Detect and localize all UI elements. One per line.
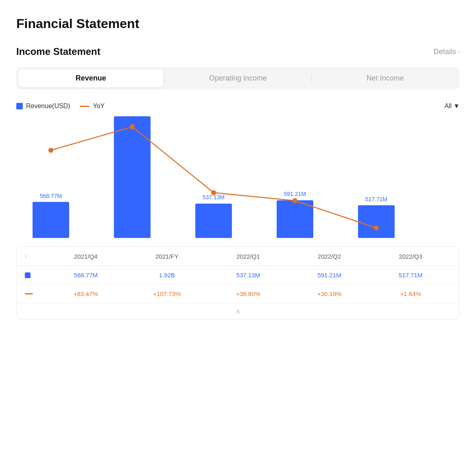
- rev-2021q4: 568.77M: [45, 272, 127, 279]
- legend-items: Revenue(USD) YoY: [16, 102, 105, 110]
- rev-2022q2: 591.21M: [289, 272, 370, 279]
- revenue-row-icon: [25, 272, 45, 278]
- details-label: Details: [434, 48, 456, 56]
- yoy-2022q2: +30.19%: [289, 290, 370, 297]
- yoy-2022q3: +1.64%: [370, 290, 451, 297]
- svg-text:1.92B: 1.92B: [125, 116, 140, 118]
- dot-2021fy: [130, 124, 135, 129]
- col-2021q4: 2021/Q4: [45, 253, 127, 260]
- bar-2022q1: [195, 204, 232, 238]
- collapse-icon: ∧: [236, 307, 240, 315]
- rev-2021fy: 1.92B: [127, 272, 208, 279]
- yoy-row-icon: [25, 293, 45, 294]
- col-2022q2: 2022/Q2: [289, 253, 370, 260]
- dot-2022q1: [211, 190, 216, 195]
- data-table: ‹ 2021/Q4 2021/FY 2022/Q1 2022/Q2 2022/Q…: [16, 246, 460, 320]
- legend-bar: Revenue(USD): [16, 102, 70, 110]
- bar-2022q3: [358, 205, 395, 238]
- dot-2021q4: [48, 148, 53, 152]
- revenue-row: 568.77M 1.92B 537.13M 591.21M 517.71M: [17, 266, 459, 285]
- svg-text:591.21M: 591.21M: [284, 191, 306, 197]
- chevron-right-icon: ›: [458, 48, 460, 55]
- legend-bar-icon: [16, 103, 23, 109]
- chart-svg: 568.77M 1.92B 537.13M 591.21M 517.71M: [16, 116, 460, 246]
- collapse-button[interactable]: ∧: [17, 303, 459, 319]
- yoy-2021q4: +83.47%: [45, 290, 127, 297]
- tab-revenue[interactable]: Revenue: [18, 69, 164, 87]
- all-dropdown[interactable]: All ▼: [444, 102, 460, 110]
- legend-row: Revenue(USD) YoY All ▼: [16, 102, 460, 110]
- prev-arrow[interactable]: ‹: [25, 253, 45, 260]
- tab-operating[interactable]: Operating income: [166, 69, 311, 87]
- svg-text:568.77M: 568.77M: [40, 193, 62, 199]
- chart-area: 568.77M 1.92B 537.13M 591.21M 517.71M: [16, 116, 460, 246]
- tab-divider-1: [164, 74, 165, 83]
- section-header: Income Statement Details ›: [16, 46, 460, 57]
- dot-2022q3: [374, 225, 379, 230]
- legend-line: YoY: [80, 102, 105, 110]
- legend-bar-label: Revenue(USD): [26, 102, 70, 110]
- section-title: Income Statement: [16, 46, 100, 57]
- tab-divider-2: [311, 74, 312, 83]
- dropdown-arrow-icon: ▼: [453, 102, 460, 110]
- blue-square-icon: [25, 272, 31, 278]
- dot-2022q2: [293, 198, 297, 203]
- bar-2022q2: [277, 200, 313, 238]
- col-2022q3: 2022/Q3: [370, 253, 451, 260]
- filter-label: All: [444, 102, 452, 110]
- legend-line-label: YoY: [93, 102, 105, 110]
- col-2021fy: 2021/FY: [127, 253, 208, 260]
- orange-dash-icon: [25, 293, 33, 294]
- rev-2022q1: 537.13M: [207, 272, 289, 279]
- col-2022q1: 2022/Q1: [207, 253, 289, 260]
- yoy-2021fy: +107.73%: [127, 290, 208, 297]
- rev-2022q3: 517.71M: [370, 272, 451, 279]
- table-header: ‹ 2021/Q4 2021/FY 2022/Q1 2022/Q2 2022/Q…: [17, 247, 459, 266]
- page-title: Financial Statement: [16, 16, 460, 31]
- bar-2021q4: [33, 202, 69, 238]
- svg-text:517.71M: 517.71M: [365, 196, 387, 202]
- yoy-row: +83.47% +107.73% +38.80% +30.19% +1.64%: [17, 285, 459, 303]
- details-link[interactable]: Details ›: [434, 48, 460, 56]
- tabs-container: Revenue Operating income Net Income: [16, 67, 460, 89]
- bar-2021fy: [114, 116, 151, 238]
- legend-line-icon: [80, 106, 90, 107]
- yoy-2022q1: +38.80%: [207, 290, 289, 297]
- tab-net-income[interactable]: Net Income: [312, 69, 458, 87]
